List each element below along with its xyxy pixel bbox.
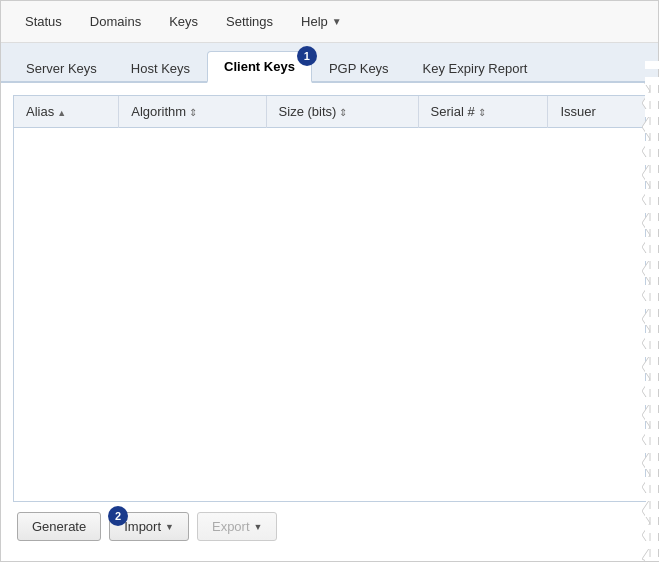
bottom-toolbar: Generate 2 Import ▼ Export ▼	[13, 502, 646, 549]
nav-item-settings[interactable]: Settings	[212, 6, 287, 37]
jagged-edge	[642, 43, 658, 561]
col-header-issuer[interactable]: Issuer	[548, 96, 645, 128]
nav-item-keys[interactable]: Keys	[155, 6, 212, 37]
col-header-alias[interactable]: Alias	[14, 96, 119, 128]
sort-both-icon	[189, 107, 197, 118]
col-header-serial--[interactable]: Serial #	[418, 96, 548, 128]
col-header-algorithm[interactable]: Algorithm	[119, 96, 266, 128]
tab-key-expiry-report[interactable]: Key Expiry Report	[406, 53, 545, 83]
nav-item-domains[interactable]: Domains	[76, 6, 155, 37]
sort-asc-icon	[57, 108, 66, 118]
nav-item-help[interactable]: Help▼	[287, 6, 356, 37]
top-nav: StatusDomainsKeysSettingsHelp▼	[1, 1, 658, 43]
sort-both-icon	[478, 107, 486, 118]
generate-button[interactable]: Generate	[17, 512, 101, 541]
export-button[interactable]: Export ▼	[197, 512, 278, 541]
data-table-container: AliasAlgorithmSize (bits)Serial #Issuer	[13, 95, 646, 502]
table-empty-area	[14, 128, 645, 501]
data-table: AliasAlgorithmSize (bits)Serial #Issuer	[14, 96, 645, 128]
col-header-size--bits-[interactable]: Size (bits)	[266, 96, 418, 128]
export-arrow-icon: ▼	[254, 522, 263, 532]
app-container: StatusDomainsKeysSettingsHelp▼ Server Ke…	[0, 0, 659, 562]
export-label: Export	[212, 519, 250, 534]
main-content: AliasAlgorithmSize (bits)Serial #Issuer …	[1, 83, 658, 561]
sort-both-icon	[339, 107, 347, 118]
tab-server-keys[interactable]: Server Keys	[9, 53, 114, 83]
help-arrow-icon: ▼	[332, 16, 342, 27]
generate-label: Generate	[32, 519, 86, 534]
toolbar-badge: 2	[108, 506, 128, 526]
nav-item-status[interactable]: Status	[11, 6, 76, 37]
import-label: Import	[124, 519, 161, 534]
tab-bar: Server KeysHost KeysClient Keys1PGP Keys…	[1, 43, 658, 83]
tab-pgp-keys[interactable]: PGP Keys	[312, 53, 406, 83]
import-arrow-icon: ▼	[165, 522, 174, 532]
tab-host-keys[interactable]: Host Keys	[114, 53, 207, 83]
tab-client-keys[interactable]: Client Keys1	[207, 51, 312, 83]
